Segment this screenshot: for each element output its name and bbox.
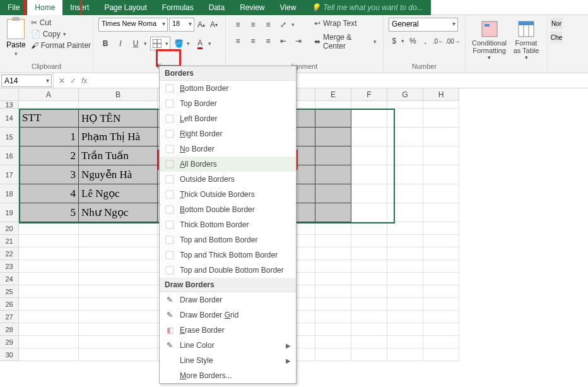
cell[interactable] (19, 323, 79, 336)
cell[interactable] (351, 146, 387, 165)
border-option[interactable]: Top and Thick Bottom Border (160, 247, 296, 263)
cell[interactable]: 4 (19, 184, 79, 203)
row-header[interactable]: 27 (0, 311, 19, 323)
cell[interactable]: STT (19, 109, 79, 128)
format-as-table-button[interactable]: Format as Table▾ (510, 18, 542, 62)
col-header-E[interactable]: E (315, 88, 351, 101)
cell[interactable] (315, 260, 351, 273)
cell[interactable] (19, 285, 79, 298)
border-draw-option[interactable]: ✎Line Color▶ (160, 338, 296, 353)
truncated-item-1[interactable]: Nor (550, 18, 563, 29)
cell[interactable] (387, 298, 423, 311)
cell[interactable] (351, 203, 387, 222)
cell[interactable] (387, 285, 423, 298)
border-draw-option[interactable]: ◧Erase Border (160, 323, 296, 338)
cell[interactable] (387, 336, 423, 348)
row-header[interactable]: 30 (0, 348, 19, 361)
conditional-formatting-button[interactable]: Conditional Formatting▾ (471, 18, 508, 62)
decrease-indent-button[interactable]: ⇤ (276, 34, 290, 48)
cell[interactable] (351, 128, 387, 146)
cell[interactable] (351, 260, 387, 273)
row-header[interactable]: 17 (0, 165, 19, 184)
cell[interactable]: Lê Ngọc (79, 184, 158, 203)
cell[interactable] (19, 311, 79, 323)
cell[interactable]: HỌ TÊN (79, 109, 158, 128)
cell[interactable] (315, 184, 351, 203)
cell[interactable] (387, 109, 423, 128)
cell[interactable] (19, 222, 79, 235)
cell[interactable] (79, 235, 158, 247)
cell[interactable] (315, 203, 351, 222)
cell[interactable] (79, 311, 158, 323)
cell[interactable] (387, 273, 423, 285)
border-option[interactable]: Thick Bottom Border (160, 217, 296, 232)
cell[interactable] (387, 348, 423, 361)
cell[interactable] (79, 260, 158, 273)
row-header[interactable]: 19 (0, 203, 19, 222)
border-option[interactable]: Thick Outside Borders (160, 187, 296, 202)
tell-me[interactable]: 💡Tell me what you want to do... (303, 0, 430, 15)
cell[interactable]: 2 (19, 146, 79, 165)
col-header-F[interactable]: F (351, 88, 387, 101)
cell[interactable] (351, 285, 387, 298)
cell[interactable] (315, 336, 351, 348)
fx-icon[interactable]: fx (81, 76, 87, 85)
italic-button[interactable]: I (114, 37, 127, 51)
cell[interactable] (423, 336, 459, 348)
cell[interactable] (387, 247, 423, 260)
cell[interactable] (387, 184, 423, 203)
cell[interactable] (387, 101, 423, 109)
font-name-select[interactable]: Times New Roma (98, 18, 168, 32)
cell[interactable] (79, 336, 158, 348)
cell[interactable] (19, 273, 79, 285)
border-option[interactable]: Bottom Double Border (160, 202, 296, 217)
border-option[interactable]: No Border (160, 141, 296, 157)
tab-review[interactable]: Review (232, 0, 272, 15)
cell[interactable] (423, 235, 459, 247)
cell[interactable] (351, 109, 387, 128)
cell[interactable] (423, 348, 459, 361)
cell[interactable]: 5 (19, 203, 79, 222)
merge-center-button[interactable]: ⬌Merge & Center▾ (313, 32, 378, 52)
enter-icon[interactable]: ✓ (70, 76, 76, 85)
row-header[interactable]: 26 (0, 298, 19, 311)
row-header[interactable]: 20 (0, 222, 19, 235)
cell[interactable] (351, 273, 387, 285)
cell[interactable] (79, 222, 158, 235)
bold-button[interactable]: B (98, 37, 112, 51)
fill-color-button[interactable]: 🪣 (172, 37, 192, 51)
cell[interactable] (387, 323, 423, 336)
cell[interactable] (315, 323, 351, 336)
border-option[interactable]: Top and Double Bottom Border (160, 263, 296, 278)
cell[interactable] (315, 146, 351, 165)
tab-insert[interactable]: Insert (62, 0, 97, 15)
cell[interactable] (19, 247, 79, 260)
border-option[interactable]: Left Border (160, 111, 296, 126)
underline-button[interactable]: U (129, 37, 149, 51)
cell[interactable]: 1 (19, 128, 79, 146)
row-header[interactable]: 14 (0, 109, 19, 128)
cell[interactable] (351, 311, 387, 323)
col-header-G[interactable]: G (387, 88, 423, 101)
cell[interactable]: Phạm Thị Hà (79, 128, 158, 146)
cell[interactable] (315, 311, 351, 323)
border-draw-option[interactable]: ✎Draw Border (160, 292, 296, 307)
row-header[interactable]: 18 (0, 184, 19, 203)
cell[interactable] (19, 235, 79, 247)
cell[interactable] (315, 273, 351, 285)
cell[interactable] (423, 273, 459, 285)
decrease-font-icon[interactable]: A▾ (208, 19, 220, 30)
select-all-corner[interactable] (0, 88, 19, 101)
tab-view[interactable]: View (273, 0, 304, 15)
border-option[interactable]: Top Border (160, 96, 296, 111)
align-center-button[interactable]: ≡ (246, 34, 260, 48)
tab-file[interactable]: File (0, 0, 27, 15)
cell[interactable] (315, 222, 351, 235)
cell[interactable] (387, 128, 423, 146)
cell[interactable] (423, 298, 459, 311)
cell[interactable] (423, 165, 459, 184)
cell[interactable] (351, 165, 387, 184)
cell[interactable] (351, 298, 387, 311)
cell[interactable] (79, 285, 158, 298)
cell[interactable] (387, 146, 423, 165)
